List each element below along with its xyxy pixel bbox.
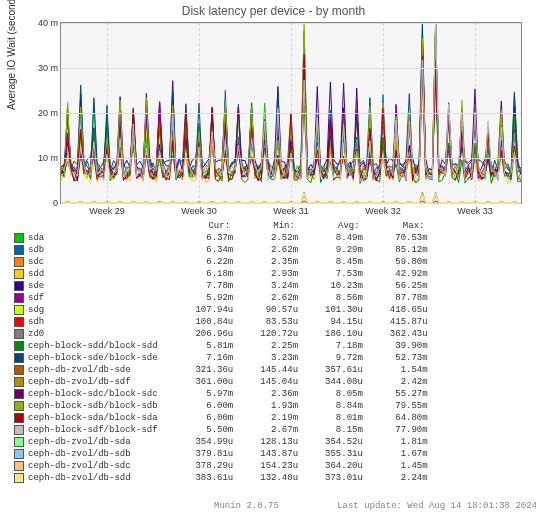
x-tick-label: Week 32 <box>365 206 400 216</box>
legend-color-box <box>14 365 24 375</box>
y-gridline <box>61 203 521 204</box>
legend-color-box <box>14 329 24 339</box>
x-gridline <box>291 23 292 203</box>
legend-text: ceph-block-sde/block-sde 7.16m 3.23m 9.7… <box>28 352 428 364</box>
legend-text: ceph-db-zvol/db-sdf 361.00u 145.04u 344.… <box>28 376 428 388</box>
legend-header: Cur: Min: Avg: Max: <box>14 220 428 232</box>
legend-row: ceph-db-zvol/db-sde 321.36u 145.44u 357.… <box>14 364 428 376</box>
y-tick-label: 40 m <box>38 18 58 28</box>
legend-row: ceph-db-zvol/db-sdb 379.81u 143.87u 355.… <box>14 448 428 460</box>
legend-text: ceph-db-zvol/db-sdc 378.29u 154.23u 364.… <box>28 460 428 472</box>
legend-text: ceph-block-sda/block-sda 6.00m 2.19m 8.0… <box>28 412 428 424</box>
x-gridline <box>383 23 384 203</box>
chart-title: Disk latency per device - by month <box>0 0 547 18</box>
legend-color-box <box>14 293 24 303</box>
legend-row: ceph-block-sdb/block-sdb 6.00m 1.93m 8.8… <box>14 400 428 412</box>
legend-color-box <box>14 317 24 327</box>
legend-text: ceph-db-zvol/db-sde 321.36u 145.44u 357.… <box>28 364 428 376</box>
legend-color-box <box>14 257 24 267</box>
y-tick-label: 10 m <box>38 153 58 163</box>
x-tick-label: Week 31 <box>273 206 308 216</box>
legend-row: ceph-db-zvol/db-sdc 378.29u 154.23u 364.… <box>14 460 428 472</box>
legend-text: sdf 5.92m 2.62m 8.56m 87.78m <box>28 292 428 304</box>
legend-color-box <box>14 437 24 447</box>
legend-row: sdh 100.84u 83.53u 94.15u 415.87u <box>14 316 428 328</box>
legend-row: sdd 6.18m 2.93m 7.53m 42.92m <box>14 268 428 280</box>
legend-color-box <box>14 473 24 483</box>
legend-row: sdg 107.94u 90.57u 101.30u 418.65u <box>14 304 428 316</box>
legend-row: ceph-db-zvol/db-sda 354.99u 128.13u 354.… <box>14 436 428 448</box>
x-tick-label: Week 33 <box>457 206 492 216</box>
x-gridline <box>199 23 200 203</box>
y-tick-label: 20 m <box>38 108 58 118</box>
legend-row: ceph-block-sdf/block-sdf 5.50m 2.67m 8.1… <box>14 424 428 436</box>
legend-row: ceph-block-sdc/block-sdc 5.97m 2.36m 8.0… <box>14 388 428 400</box>
legend-color-box <box>14 461 24 471</box>
chart-container: Disk latency per device - by month Avera… <box>0 0 547 515</box>
legend-text: ceph-block-sdc/block-sdc 5.97m 2.36m 8.0… <box>28 388 428 400</box>
x-gridline <box>475 23 476 203</box>
chart-footer: Munin 2.0.75 Last update: Wed Aug 14 18:… <box>14 501 537 511</box>
legend-row: sdf 5.92m 2.62m 8.56m 87.78m <box>14 292 428 304</box>
legend-text: zd0 206.96u 120.72u 186.10u 362.43u <box>28 328 428 340</box>
legend-color-box <box>14 341 24 351</box>
legend-text: sdd 6.18m 2.93m 7.53m 42.92m <box>28 268 428 280</box>
legend-table: Cur: Min: Avg: Max: sda 6.37m 2.52m 8.49… <box>14 220 428 484</box>
legend-row: ceph-block-sde/block-sde 7.16m 3.23m 9.7… <box>14 352 428 364</box>
x-gridline <box>107 23 108 203</box>
legend-text: sdg 107.94u 90.57u 101.30u 418.65u <box>28 304 428 316</box>
legend-text: sdh 100.84u 83.53u 94.15u 415.87u <box>28 316 428 328</box>
legend-row: sdb 6.34m 2.62m 9.29m 85.12m <box>14 244 428 256</box>
legend-color-box <box>14 269 24 279</box>
legend-text: ceph-block-sdd/block-sdd 5.81m 2.25m 7.1… <box>28 340 428 352</box>
y-tick-label: 0 <box>53 198 58 208</box>
legend-text: sdb 6.34m 2.62m 9.29m 85.12m <box>28 244 428 256</box>
legend-text: ceph-db-zvol/db-sda 354.99u 128.13u 354.… <box>28 436 428 448</box>
legend-color-box <box>14 353 24 363</box>
plot-area: 010 m20 m30 m40 mWeek 29Week 30Week 31We… <box>60 22 522 204</box>
legend-row: ceph-block-sda/block-sda 6.00m 2.19m 8.0… <box>14 412 428 424</box>
x-tick-label: Week 30 <box>181 206 216 216</box>
y-tick-label: 30 m <box>38 63 58 73</box>
legend-color-box <box>14 449 24 459</box>
legend-text: ceph-db-zvol/db-sdd 383.61u 132.40u 373.… <box>28 472 428 484</box>
legend-color-box <box>14 281 24 291</box>
legend-text: ceph-db-zvol/db-sdb 379.81u 143.87u 355.… <box>28 448 428 460</box>
legend-row: ceph-db-zvol/db-sdd 383.61u 132.40u 373.… <box>14 472 428 484</box>
legend-color-box <box>14 401 24 411</box>
legend-text: sde 7.78m 3.24m 10.23m 56.25m <box>28 280 428 292</box>
legend-color-box <box>14 233 24 243</box>
legend-color-box <box>14 245 24 255</box>
legend-text: ceph-block-sdb/block-sdb 6.00m 1.93m 8.8… <box>28 400 428 412</box>
legend-color-box <box>14 413 24 423</box>
legend-color-box <box>14 389 24 399</box>
legend-text: sda 6.37m 2.52m 8.49m 70.53m <box>28 232 428 244</box>
generator-label: Munin 2.0.75 <box>214 501 279 511</box>
legend-row: sde 7.78m 3.24m 10.23m 56.25m <box>14 280 428 292</box>
legend-row: ceph-db-zvol/db-sdf 361.00u 145.04u 344.… <box>14 376 428 388</box>
legend-color-box <box>14 305 24 315</box>
legend-row: ceph-block-sdd/block-sdd 5.81m 2.25m 7.1… <box>14 340 428 352</box>
last-update-label: Last update: Wed Aug 14 18:01:38 2024 <box>337 501 537 511</box>
x-tick-label: Week 29 <box>89 206 124 216</box>
y-axis-label: Average IO Wait (seconds) <box>6 0 17 110</box>
legend-row: zd0 206.96u 120.72u 186.10u 362.43u <box>14 328 428 340</box>
legend-text: sdc 6.22m 2.35m 8.45m 59.80m <box>28 256 428 268</box>
legend-row: sda 6.37m 2.52m 8.49m 70.53m <box>14 232 428 244</box>
legend-row: sdc 6.22m 2.35m 8.45m 59.80m <box>14 256 428 268</box>
legend-text: ceph-block-sdf/block-sdf 5.50m 2.67m 8.1… <box>28 424 428 436</box>
legend-color-box <box>14 377 24 387</box>
legend-color-box <box>14 425 24 435</box>
